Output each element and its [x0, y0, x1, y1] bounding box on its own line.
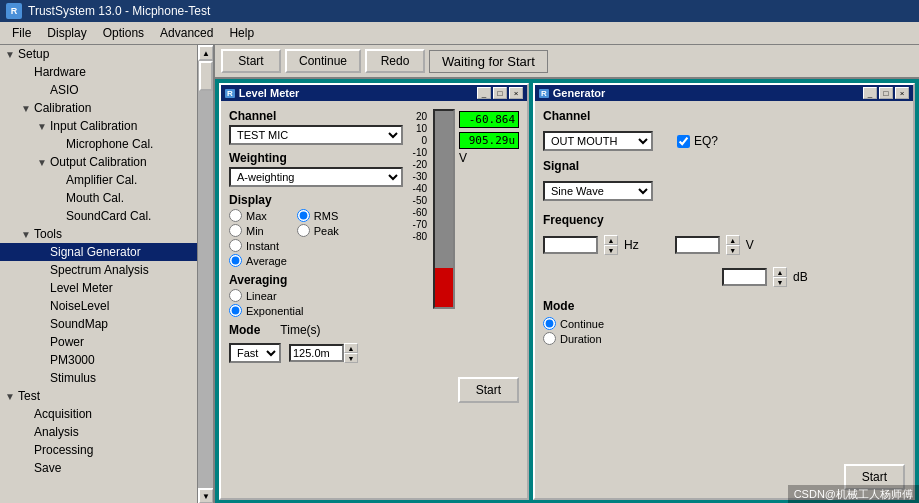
gen-signal-label: Signal	[543, 159, 579, 173]
level-meter-window: R Level Meter _ □ × Channel	[219, 83, 529, 500]
tree-item-pm3000[interactable]: PM3000	[0, 351, 197, 369]
level-meter-close[interactable]: ×	[509, 87, 523, 99]
generator-icon: R	[539, 89, 549, 98]
tree-item-acquisition[interactable]: Acquisition	[0, 405, 197, 423]
tree-item-amp-cal[interactable]: Amplifier Cal.	[0, 171, 197, 189]
scroll-down-btn[interactable]: ▼	[198, 488, 214, 503]
gen-signal-select[interactable]: Sine Wave	[543, 181, 653, 201]
app-icon: R	[6, 3, 22, 19]
tree-item-processing[interactable]: Processing	[0, 441, 197, 459]
eq-checkbox[interactable]	[677, 135, 690, 148]
gen-mode-continue[interactable]: Continue	[543, 317, 905, 330]
channel-label: Channel	[229, 109, 403, 123]
therm-unit: V	[459, 151, 519, 165]
start-button[interactable]: Start	[221, 49, 281, 73]
display-rms-option[interactable]: RMS	[297, 209, 339, 222]
display-instant-option[interactable]: Instant	[229, 239, 287, 252]
gen-mode-section: Mode Continue Duration	[543, 299, 905, 345]
volt-down-btn[interactable]: ▼	[726, 245, 740, 255]
db-down-btn[interactable]: ▼	[773, 277, 787, 287]
left-panel: ▼ Setup Hardware ASIO	[0, 45, 215, 503]
gen-freq-input[interactable]: 1000	[543, 236, 598, 254]
title-bar: R TrustSystem 13.0 - Micphone-Test	[0, 0, 919, 22]
level-meter-minimize[interactable]: _	[477, 87, 491, 99]
tree-item-hardware[interactable]: Hardware	[0, 63, 197, 81]
freq-down-btn[interactable]: ▼	[604, 245, 618, 255]
continue-button[interactable]: Continue	[285, 49, 361, 73]
channel-select[interactable]: TEST MIC	[229, 125, 403, 145]
tree-item-tools[interactable]: ▼ Tools	[0, 225, 197, 243]
menu-display[interactable]: Display	[39, 24, 94, 42]
tree-item-mic-cal[interactable]: Microphone Cal.	[0, 135, 197, 153]
time-down-btn[interactable]: ▼	[344, 353, 358, 363]
gen-channel-row: Channel	[543, 109, 905, 123]
level-meter-maximize[interactable]: □	[493, 87, 507, 99]
time-spinner: ▲ ▼	[289, 343, 358, 363]
weighting-group: Weighting A-weighting	[229, 151, 403, 187]
menu-help[interactable]: Help	[221, 24, 262, 42]
tree-item-signal-gen[interactable]: Signal Generator	[0, 243, 197, 261]
display-min-option[interactable]: Min	[229, 224, 287, 237]
tree-item-noise-level[interactable]: NoiseLevel	[0, 297, 197, 315]
tree-item-soundmap[interactable]: SoundMap	[0, 315, 197, 333]
tree-item-test[interactable]: ▼ Test	[0, 387, 197, 405]
expander-setup: ▼	[2, 49, 18, 60]
tree-item-level-meter[interactable]: Level Meter	[0, 279, 197, 297]
generator-minimize[interactable]: _	[863, 87, 877, 99]
tree-item-analysis[interactable]: Analysis	[0, 423, 197, 441]
menu-bar: File Display Options Advanced Help	[0, 22, 919, 45]
generator-close[interactable]: ×	[895, 87, 909, 99]
tree-item-mouth-cal[interactable]: Mouth Cal.	[0, 189, 197, 207]
display-max-option[interactable]: Max	[229, 209, 287, 222]
redo-button[interactable]: Redo	[365, 49, 425, 73]
gen-volt-input[interactable]: 1.00	[675, 236, 720, 254]
scale-neg70: -70	[411, 219, 429, 231]
scroll-up-btn[interactable]: ▲	[198, 45, 214, 61]
tree-item-save[interactable]: Save	[0, 459, 197, 477]
left-scrollbar[interactable]: ▲ ▼	[197, 45, 213, 503]
tree-item-stimulus[interactable]: Stimulus	[0, 369, 197, 387]
tree-item-asio[interactable]: ASIO	[0, 81, 197, 99]
db-up-btn[interactable]: ▲	[773, 267, 787, 277]
tree-item-spectrum[interactable]: Spectrum Analysis	[0, 261, 197, 279]
display-right-col: RMS Peak	[297, 209, 339, 267]
scale-neg80: -80	[411, 231, 429, 243]
gen-channel-controls: OUT MOUTH EQ?	[543, 131, 905, 151]
tree-item-input-cal[interactable]: ▼ Input Calibration	[0, 117, 197, 135]
volt-spin-btns: ▲ ▼	[726, 235, 740, 255]
volt-up-btn[interactable]: ▲	[726, 235, 740, 245]
generator-maximize[interactable]: □	[879, 87, 893, 99]
time-up-btn[interactable]: ▲	[344, 343, 358, 353]
level-meter-start-btn[interactable]: Start	[458, 377, 519, 403]
menu-advanced[interactable]: Advanced	[152, 24, 221, 42]
time-input[interactable]	[289, 344, 344, 362]
tree-item-setup[interactable]: ▼ Setup	[0, 45, 197, 63]
tree-item-power[interactable]: Power	[0, 333, 197, 351]
averaging-exponential[interactable]: Exponential	[229, 304, 403, 317]
display-peak-option[interactable]: Peak	[297, 224, 339, 237]
tree-item-soundcard-cal[interactable]: SoundCard Cal.	[0, 207, 197, 225]
gen-mode-duration[interactable]: Duration	[543, 332, 905, 345]
scroll-track[interactable]	[198, 61, 213, 488]
time-spin-btns: ▲ ▼	[344, 343, 358, 363]
gen-signal-select-row: Sine Wave	[543, 181, 905, 201]
app-title: TrustSystem 13.0 - Micphone-Test	[28, 4, 210, 18]
display-average-option[interactable]: Average	[229, 254, 287, 267]
tree-item-output-cal[interactable]: ▼ Output Calibration	[0, 153, 197, 171]
weighting-select[interactable]: A-weighting	[229, 167, 403, 187]
gen-channel-label: Channel	[543, 109, 590, 123]
gen-db-input[interactable]: 0	[722, 268, 767, 286]
gen-channel-select[interactable]: OUT MOUTH	[543, 131, 653, 151]
mode-select[interactable]: Fast	[229, 343, 281, 363]
scroll-thumb[interactable]	[199, 61, 213, 91]
menu-options[interactable]: Options	[95, 24, 152, 42]
freq-up-btn[interactable]: ▲	[604, 235, 618, 245]
scale-10: 10	[414, 123, 429, 135]
gen-freq-label: Frequency	[543, 213, 604, 227]
menu-file[interactable]: File	[4, 24, 39, 42]
averaging-group: Averaging Linear Exponential	[229, 273, 403, 317]
tree-item-calibration[interactable]: ▼ Calibration	[0, 99, 197, 117]
averaging-linear[interactable]: Linear	[229, 289, 403, 302]
windows-area: R Level Meter _ □ × Channel	[215, 79, 919, 503]
scale-0: 0	[419, 135, 429, 147]
